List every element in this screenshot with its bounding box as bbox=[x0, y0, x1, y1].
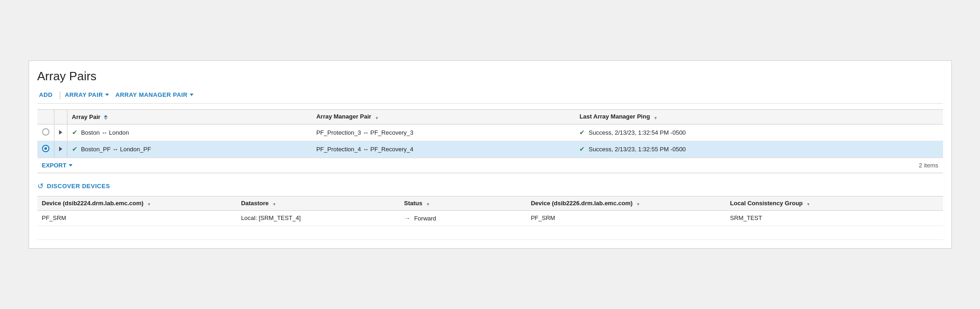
array-manager-pair-cell: PF_Protection_3 ↔ PF_Recovery_3 bbox=[312, 124, 575, 141]
toolbar-divider-1: | bbox=[59, 90, 61, 100]
discover-bar: ↺ DISCOVER DEVICES bbox=[37, 182, 943, 190]
table-row: PF_SRMLocal: [SRM_TEST_4]→ ForwardPF_SRM… bbox=[37, 210, 943, 226]
discover-icon: ↺ bbox=[37, 182, 43, 190]
device1-filter-icon[interactable] bbox=[147, 200, 151, 207]
table-header-row: Array Pair Array Manager Pair Last Array… bbox=[37, 110, 943, 124]
array-pair-cell: ✔ Boston_PF ↔ London_PF bbox=[67, 141, 312, 157]
array-pair-button[interactable]: ARRAY PAIR bbox=[63, 91, 114, 98]
last-ping-filter-icon[interactable] bbox=[654, 114, 658, 121]
radio-button[interactable] bbox=[42, 145, 49, 152]
th-radio bbox=[37, 110, 54, 124]
lcg-cell: SRM_TEST bbox=[726, 210, 943, 226]
lcg-filter-icon[interactable] bbox=[806, 200, 811, 207]
export-button[interactable]: EXPORT bbox=[42, 162, 72, 169]
array-pairs-table: Array Pair Array Manager Pair Last Array… bbox=[37, 109, 943, 157]
th-array-pair: Array Pair bbox=[67, 110, 312, 124]
device1-cell: PF_SRM bbox=[37, 210, 237, 226]
empty-row bbox=[37, 226, 943, 239]
status-filter-icon[interactable] bbox=[426, 200, 430, 207]
th-datastore: Datastore bbox=[236, 196, 399, 210]
expand-arrow-icon[interactable] bbox=[59, 147, 62, 151]
export-chevron-icon bbox=[69, 164, 72, 166]
datastore-cell: Local: [SRM_TEST_4] bbox=[236, 210, 399, 226]
discover-devices-button[interactable]: DISCOVER DEVICES bbox=[47, 183, 110, 190]
expand-arrow-icon[interactable] bbox=[59, 130, 62, 135]
array-manager-pair-button[interactable]: ARRAY MANAGER PAIR bbox=[114, 91, 198, 98]
expand-cell bbox=[54, 141, 67, 157]
th-device2: Device (dsib2226.drm.lab.emc.com) bbox=[526, 196, 726, 210]
page-title: Array Pairs bbox=[37, 69, 943, 83]
forward-arrow-icon: → bbox=[404, 214, 412, 222]
device2-cell: PF_SRM bbox=[526, 210, 726, 226]
th-last-ping: Last Array Manager Ping bbox=[575, 110, 943, 124]
datastore-filter-icon[interactable] bbox=[272, 200, 277, 207]
devices-table: Device (dsib2224.drm.lab.emc.com) Datast… bbox=[37, 196, 943, 240]
check-icon: ✔ bbox=[579, 145, 587, 153]
status-cell: → Forward bbox=[399, 210, 526, 226]
radio-button[interactable] bbox=[42, 128, 49, 136]
th-array-manager-pair: Array Manager Pair bbox=[312, 110, 575, 124]
export-bar: EXPORT 2 items bbox=[37, 158, 943, 173]
check-icon: ✔ bbox=[72, 145, 79, 153]
array-manager-pair-filter-icon[interactable] bbox=[375, 114, 379, 121]
devices-header-row: Device (dsib2224.drm.lab.emc.com) Datast… bbox=[37, 196, 943, 210]
array-manager-pair-cell: PF_Protection_4 ↔ PF_Recovery_4 bbox=[312, 141, 575, 157]
check-icon: ✔ bbox=[579, 129, 587, 136]
array-pair-cell: ✔ Boston ↔ London bbox=[67, 124, 312, 141]
radio-cell bbox=[37, 141, 54, 157]
table-row[interactable]: ✔ Boston ↔ LondonPF_Protection_3 ↔ PF_Re… bbox=[37, 124, 943, 141]
expand-cell bbox=[54, 124, 67, 141]
device2-filter-icon[interactable] bbox=[636, 200, 640, 207]
add-button[interactable]: ADD bbox=[37, 91, 57, 98]
toolbar: ADD | ARRAY PAIR ARRAY MANAGER PAIR bbox=[37, 90, 943, 104]
last-ping-cell: ✔ Success, 2/13/23, 1:32:54 PM -0500 bbox=[575, 124, 943, 141]
array-pair-sort-icon[interactable] bbox=[104, 115, 108, 120]
th-device1: Device (dsib2224.drm.lab.emc.com) bbox=[37, 196, 237, 210]
items-count: 2 items bbox=[919, 162, 938, 169]
radio-cell bbox=[37, 124, 54, 141]
check-icon: ✔ bbox=[72, 129, 79, 136]
th-expand bbox=[54, 110, 67, 124]
table-row[interactable]: ✔ Boston_PF ↔ London_PFPF_Protection_4 ↔… bbox=[37, 141, 943, 157]
th-lcg: Local Consistency Group bbox=[726, 196, 943, 210]
th-status: Status bbox=[399, 196, 526, 210]
last-ping-cell: ✔ Success, 2/13/23, 1:32:55 PM -0500 bbox=[575, 141, 943, 157]
array-manager-pair-chevron-icon bbox=[190, 94, 193, 96]
array-pair-chevron-icon bbox=[105, 94, 109, 96]
